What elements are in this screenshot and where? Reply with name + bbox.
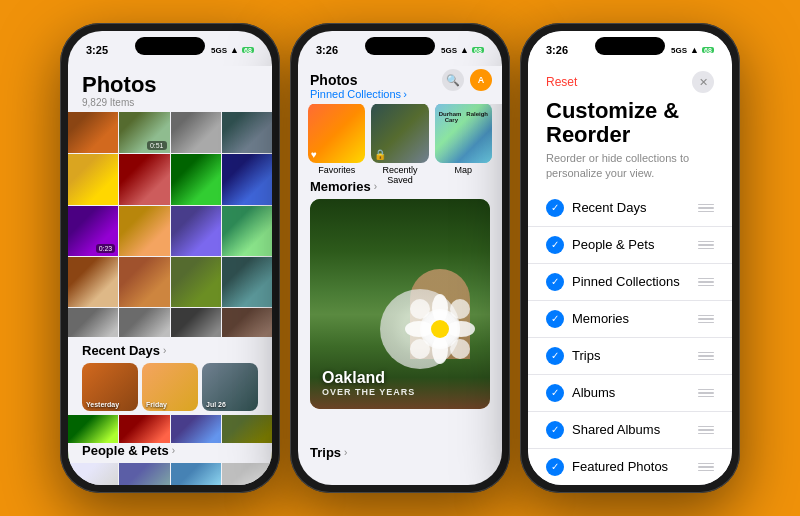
thumb-label-jul26: Jul 26: [206, 401, 226, 408]
drag-handle-trips[interactable]: [698, 352, 714, 361]
memories-main-image[interactable]: Oakland OVER THE YEARS: [310, 199, 490, 409]
memories-chevron: ›: [374, 181, 377, 192]
photo-cell[interactable]: [119, 257, 169, 307]
photo-cell[interactable]: [222, 462, 272, 485]
item-label-people-pets: People & Pets: [572, 237, 690, 252]
collection-img-recently-saved: 🔒: [371, 103, 428, 163]
collection-map[interactable]: Durham Cary Raleigh Map: [435, 103, 492, 185]
drag-handle-recent-days[interactable]: [698, 204, 714, 213]
photo-cell[interactable]: [171, 206, 221, 256]
dynamic-island-1: [135, 37, 205, 55]
wifi-icon-2: ▲: [460, 45, 469, 55]
photo-cell[interactable]: [119, 206, 169, 256]
photo-cell[interactable]: [119, 462, 169, 485]
status-time-3: 3:26: [546, 44, 568, 56]
memories-city: Oakland: [322, 369, 415, 387]
photo-cell[interactable]: [68, 257, 118, 307]
people-header[interactable]: People & Pets ›: [82, 443, 258, 458]
trips-label: Trips: [310, 445, 341, 460]
list-item-people-pets[interactable]: ✓ People & Pets: [528, 227, 732, 264]
collection-label-favorites: Favorites: [308, 165, 365, 175]
item-label-shared-albums: Shared Albums: [572, 422, 690, 437]
memories-location: Oakland OVER THE YEARS: [322, 369, 415, 397]
item-label-trips: Trips: [572, 348, 690, 363]
status-icons-3: 5GS ▲ 68: [671, 45, 714, 55]
drag-handle-pinned-collections[interactable]: [698, 278, 714, 287]
item-label-recent-days: Recent Days: [572, 200, 690, 215]
pinned-collections-row: ♥ Favorites 🔒 Recently Saved Durham C: [298, 103, 502, 185]
people-chevron: ›: [172, 445, 175, 456]
profile-icon-2[interactable]: A: [470, 69, 492, 91]
list-item-featured-photos[interactable]: ✓ Featured Photos: [528, 449, 732, 485]
thumbnail-friday[interactable]: Friday: [142, 363, 198, 411]
signal-text-2: 5GS: [441, 46, 457, 55]
thumb-label-yesterday: Yesterday: [86, 401, 119, 408]
phone-1: 3:25 5GS ▲ 68 Photos 9,829 Items Select …: [60, 23, 280, 493]
status-time-1: 3:25: [86, 44, 108, 56]
list-item-pinned-collections[interactable]: ✓ Pinned Collections: [528, 264, 732, 301]
thumbnail-yesterday[interactable]: Yesterday: [82, 363, 138, 411]
flower-petals: [405, 294, 475, 364]
photo-cell[interactable]: [222, 206, 272, 256]
phone1-header: Photos 9,829 Items: [68, 66, 272, 112]
photo-cell[interactable]: [171, 462, 221, 485]
thumbnail-jul26[interactable]: Jul 26: [202, 363, 258, 411]
customize-list: ✓ Recent Days ✓ People & Pets: [528, 190, 732, 485]
photo-cell[interactable]: [222, 257, 272, 307]
photo-cell[interactable]: [68, 154, 118, 204]
checkmark-people-pets: ✓: [546, 236, 564, 254]
photo-cell[interactable]: [68, 462, 118, 485]
photo-cell[interactable]: 0:23: [68, 206, 118, 256]
list-item-trips[interactable]: ✓ Trips: [528, 338, 732, 375]
phone-1-screen: 3:25 5GS ▲ 68 Photos 9,829 Items Select …: [68, 31, 272, 485]
video-duration: 0:51: [147, 141, 167, 150]
status-icons-1: 5GS ▲ 68: [211, 45, 254, 55]
phone-2-screen: 3:26 5GS ▲ 68 Photos Pinned Collections …: [298, 31, 502, 485]
photo-cell[interactable]: [171, 154, 221, 204]
phones-container: 3:25 5GS ▲ 68 Photos 9,829 Items Select …: [50, 13, 750, 503]
list-item-recent-days[interactable]: ✓ Recent Days: [528, 190, 732, 227]
list-item-shared-albums[interactable]: ✓ Shared Albums: [528, 412, 732, 449]
collection-recently-saved[interactable]: 🔒 Recently Saved: [371, 103, 428, 185]
photo-cell[interactable]: [222, 154, 272, 204]
phone2-header-icons: 🔍 A: [442, 69, 492, 91]
status-time-2: 3:26: [316, 44, 338, 56]
checkmark-shared-albums: ✓: [546, 421, 564, 439]
memories-title-row[interactable]: Memories ›: [310, 179, 490, 194]
status-icons-2: 5GS ▲ 68: [441, 45, 484, 55]
dynamic-island-3: [595, 37, 665, 55]
drag-handle-featured-photos[interactable]: [698, 463, 714, 472]
checkmark-recent-days: ✓: [546, 199, 564, 217]
pinned-collections-label: Pinned Collections: [310, 88, 401, 100]
collection-favorites[interactable]: ♥ Favorites: [308, 103, 365, 185]
reset-button[interactable]: Reset: [546, 75, 577, 89]
phone-2: 3:26 5GS ▲ 68 Photos Pinned Collections …: [290, 23, 510, 493]
heart-icon: ♥: [311, 149, 317, 160]
list-item-albums[interactable]: ✓ Albums: [528, 375, 732, 412]
list-item-memories[interactable]: ✓ Memories: [528, 301, 732, 338]
signal-text-3: 5GS: [671, 46, 687, 55]
checkmark-pinned-collections: ✓: [546, 273, 564, 291]
drag-handle-albums[interactable]: [698, 389, 714, 398]
photo-cell[interactable]: [171, 257, 221, 307]
close-button[interactable]: ✕: [692, 71, 714, 93]
photo-cell[interactable]: [119, 154, 169, 204]
item-label-featured-photos: Featured Photos: [572, 459, 690, 474]
drag-handle-memories[interactable]: [698, 315, 714, 324]
recent-days-section: Recent Days › Yesterday Friday Jul 26: [68, 337, 272, 415]
recent-days-title: Recent Days: [82, 343, 160, 358]
customize-modal: Reset ✕ Customize &Reorder Reorder or hi…: [528, 31, 732, 485]
recent-days-header[interactable]: Recent Days ›: [82, 343, 258, 358]
photo-grid-container: 0:51 0:23: [68, 103, 272, 485]
drag-handle-shared-albums[interactable]: [698, 426, 714, 435]
memories-section: Memories ›: [298, 179, 502, 409]
wifi-icon-1: ▲: [230, 45, 239, 55]
collection-img-map: Durham Cary Raleigh: [435, 103, 492, 163]
search-icon-2[interactable]: 🔍: [442, 69, 464, 91]
phone-3: 3:26 5GS ▲ 68 Reset ✕ Customize &Reorder…: [520, 23, 740, 493]
wifi-icon-3: ▲: [690, 45, 699, 55]
lock-icon: 🔒: [374, 149, 386, 160]
checkmark-featured-photos: ✓: [546, 458, 564, 476]
drag-handle-people-pets[interactable]: [698, 241, 714, 250]
trips-header[interactable]: Trips ›: [310, 445, 490, 460]
